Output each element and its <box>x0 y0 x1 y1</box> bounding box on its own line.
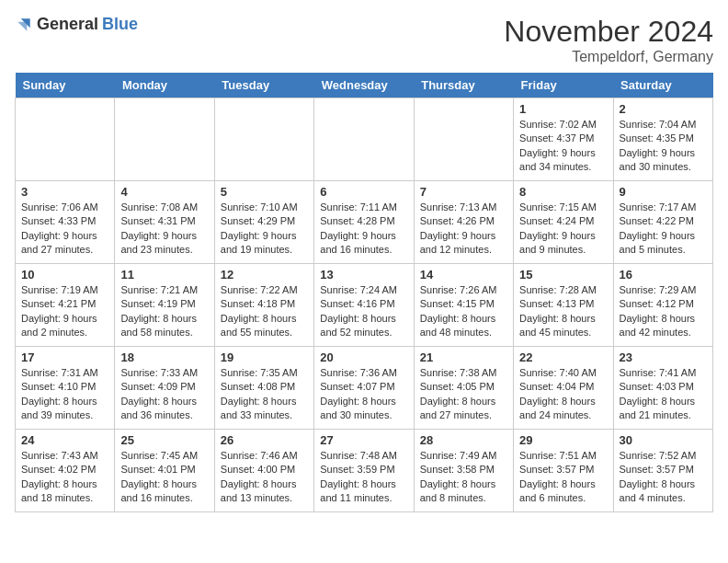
calendar-day-cell: 8Sunrise: 7:15 AM Sunset: 4:24 PM Daylig… <box>514 181 613 264</box>
calendar-day-cell: 21Sunrise: 7:38 AM Sunset: 4:05 PM Dayli… <box>414 347 513 430</box>
calendar-day-cell: 30Sunrise: 7:52 AM Sunset: 3:57 PM Dayli… <box>613 430 712 512</box>
calendar-day-cell: 11Sunrise: 7:21 AM Sunset: 4:19 PM Dayli… <box>115 264 214 347</box>
day-number: 2 <box>620 102 707 116</box>
day-info: Sunrise: 7:21 AM Sunset: 4:19 PM Dayligh… <box>120 283 208 340</box>
calendar-day-cell: 24Sunrise: 7:43 AM Sunset: 4:02 PM Dayli… <box>16 430 115 512</box>
calendar-day-cell: 9Sunrise: 7:17 AM Sunset: 4:22 PM Daylig… <box>613 181 712 264</box>
calendar-day-cell: 3Sunrise: 7:06 AM Sunset: 4:33 PM Daylig… <box>16 181 115 264</box>
calendar-day-cell <box>115 98 214 181</box>
day-number: 16 <box>620 268 707 282</box>
calendar-day-cell <box>414 98 513 181</box>
day-info: Sunrise: 7:41 AM Sunset: 4:03 PM Dayligh… <box>620 366 707 423</box>
day-number: 17 <box>21 350 108 364</box>
calendar-week-row: 24Sunrise: 7:43 AM Sunset: 4:02 PM Dayli… <box>16 430 713 512</box>
day-info: Sunrise: 7:11 AM Sunset: 4:28 PM Dayligh… <box>320 201 407 258</box>
weekday-header: Saturday <box>613 73 712 98</box>
day-number: 10 <box>21 268 108 282</box>
calendar-day-cell: 1Sunrise: 7:02 AM Sunset: 4:37 PM Daylig… <box>514 98 613 181</box>
day-info: Sunrise: 7:31 AM Sunset: 4:10 PM Dayligh… <box>21 366 108 423</box>
day-info: Sunrise: 7:13 AM Sunset: 4:26 PM Dayligh… <box>420 201 507 258</box>
calendar-day-cell: 7Sunrise: 7:13 AM Sunset: 4:26 PM Daylig… <box>414 181 513 264</box>
logo-general-text: General <box>37 15 98 34</box>
calendar-day-cell: 27Sunrise: 7:48 AM Sunset: 3:59 PM Dayli… <box>314 430 414 512</box>
day-number: 14 <box>420 268 507 282</box>
calendar-day-cell: 29Sunrise: 7:51 AM Sunset: 3:57 PM Dayli… <box>514 430 613 512</box>
day-number: 22 <box>519 350 607 364</box>
day-number: 24 <box>21 433 108 447</box>
calendar-day-cell: 19Sunrise: 7:35 AM Sunset: 4:08 PM Dayli… <box>214 347 313 430</box>
day-number: 26 <box>221 433 308 447</box>
calendar-day-cell: 28Sunrise: 7:49 AM Sunset: 3:58 PM Dayli… <box>414 430 513 512</box>
day-number: 7 <box>420 185 507 199</box>
calendar-day-cell: 14Sunrise: 7:26 AM Sunset: 4:15 PM Dayli… <box>414 264 513 347</box>
day-info: Sunrise: 7:06 AM Sunset: 4:33 PM Dayligh… <box>21 201 108 258</box>
day-number: 11 <box>120 268 208 282</box>
weekday-header: Thursday <box>414 73 513 98</box>
calendar-day-cell: 6Sunrise: 7:11 AM Sunset: 4:28 PM Daylig… <box>314 181 414 264</box>
weekday-header: Sunday <box>16 73 115 98</box>
day-info: Sunrise: 7:49 AM Sunset: 3:58 PM Dayligh… <box>420 449 507 506</box>
page-header: General Blue November 2024 Tempeldorf, G… <box>15 15 713 65</box>
day-info: Sunrise: 7:28 AM Sunset: 4:13 PM Dayligh… <box>519 283 607 340</box>
logo-icon <box>15 16 33 34</box>
day-info: Sunrise: 7:45 AM Sunset: 4:01 PM Dayligh… <box>120 449 208 506</box>
svg-marker-1 <box>17 21 27 30</box>
calendar-day-cell <box>16 98 115 181</box>
calendar-day-cell <box>314 98 414 181</box>
weekday-header: Wednesday <box>314 73 414 98</box>
logo-blue-text: Blue <box>102 15 138 34</box>
title-block: November 2024 Tempeldorf, Germany <box>504 15 713 65</box>
calendar-week-row: 1Sunrise: 7:02 AM Sunset: 4:37 PM Daylig… <box>16 98 713 181</box>
calendar-day-cell: 25Sunrise: 7:45 AM Sunset: 4:01 PM Dayli… <box>115 430 214 512</box>
calendar-week-row: 10Sunrise: 7:19 AM Sunset: 4:21 PM Dayli… <box>16 264 713 347</box>
weekday-header: Monday <box>115 73 214 98</box>
calendar-day-cell: 23Sunrise: 7:41 AM Sunset: 4:03 PM Dayli… <box>613 347 712 430</box>
day-number: 28 <box>420 433 507 447</box>
calendar-day-cell: 15Sunrise: 7:28 AM Sunset: 4:13 PM Dayli… <box>514 264 613 347</box>
calendar-day-cell: 10Sunrise: 7:19 AM Sunset: 4:21 PM Dayli… <box>16 264 115 347</box>
day-number: 30 <box>620 433 707 447</box>
weekday-header: Tuesday <box>214 73 313 98</box>
day-number: 23 <box>620 350 707 364</box>
day-number: 4 <box>120 185 208 199</box>
calendar-day-cell: 16Sunrise: 7:29 AM Sunset: 4:12 PM Dayli… <box>613 264 712 347</box>
day-number: 3 <box>21 185 108 199</box>
day-info: Sunrise: 7:43 AM Sunset: 4:02 PM Dayligh… <box>21 449 108 506</box>
day-info: Sunrise: 7:24 AM Sunset: 4:16 PM Dayligh… <box>320 283 407 340</box>
day-number: 15 <box>519 268 607 282</box>
day-number: 6 <box>320 185 407 199</box>
weekday-header-row: SundayMondayTuesdayWednesdayThursdayFrid… <box>16 73 713 98</box>
day-info: Sunrise: 7:52 AM Sunset: 3:57 PM Dayligh… <box>620 449 707 506</box>
calendar-week-row: 17Sunrise: 7:31 AM Sunset: 4:10 PM Dayli… <box>16 347 713 430</box>
day-info: Sunrise: 7:22 AM Sunset: 4:18 PM Dayligh… <box>221 283 308 340</box>
day-number: 9 <box>620 185 707 199</box>
day-info: Sunrise: 7:35 AM Sunset: 4:08 PM Dayligh… <box>221 366 308 423</box>
day-info: Sunrise: 7:38 AM Sunset: 4:05 PM Dayligh… <box>420 366 507 423</box>
day-info: Sunrise: 7:19 AM Sunset: 4:21 PM Dayligh… <box>21 283 108 340</box>
day-info: Sunrise: 7:17 AM Sunset: 4:22 PM Dayligh… <box>620 201 707 258</box>
calendar-day-cell: 22Sunrise: 7:40 AM Sunset: 4:04 PM Dayli… <box>514 347 613 430</box>
calendar-day-cell: 4Sunrise: 7:08 AM Sunset: 4:31 PM Daylig… <box>115 181 214 264</box>
day-number: 13 <box>320 268 407 282</box>
day-info: Sunrise: 7:48 AM Sunset: 3:59 PM Dayligh… <box>320 449 407 506</box>
calendar-day-cell: 5Sunrise: 7:10 AM Sunset: 4:29 PM Daylig… <box>214 181 313 264</box>
calendar-table: SundayMondayTuesdayWednesdayThursdayFrid… <box>15 73 713 512</box>
calendar-day-cell: 13Sunrise: 7:24 AM Sunset: 4:16 PM Dayli… <box>314 264 414 347</box>
main-title: November 2024 <box>504 15 713 49</box>
calendar-day-cell: 18Sunrise: 7:33 AM Sunset: 4:09 PM Dayli… <box>115 347 214 430</box>
day-info: Sunrise: 7:15 AM Sunset: 4:24 PM Dayligh… <box>519 201 607 258</box>
day-number: 20 <box>320 350 407 364</box>
day-info: Sunrise: 7:29 AM Sunset: 4:12 PM Dayligh… <box>620 283 707 340</box>
day-info: Sunrise: 7:10 AM Sunset: 4:29 PM Dayligh… <box>221 201 308 258</box>
day-info: Sunrise: 7:08 AM Sunset: 4:31 PM Dayligh… <box>120 201 208 258</box>
day-number: 8 <box>519 185 607 199</box>
day-info: Sunrise: 7:36 AM Sunset: 4:07 PM Dayligh… <box>320 366 407 423</box>
day-number: 19 <box>221 350 308 364</box>
calendar-day-cell: 26Sunrise: 7:46 AM Sunset: 4:00 PM Dayli… <box>214 430 313 512</box>
day-number: 5 <box>221 185 308 199</box>
day-info: Sunrise: 7:33 AM Sunset: 4:09 PM Dayligh… <box>120 366 208 423</box>
day-info: Sunrise: 7:26 AM Sunset: 4:15 PM Dayligh… <box>420 283 507 340</box>
day-number: 18 <box>120 350 208 364</box>
day-number: 27 <box>320 433 407 447</box>
day-number: 25 <box>120 433 208 447</box>
